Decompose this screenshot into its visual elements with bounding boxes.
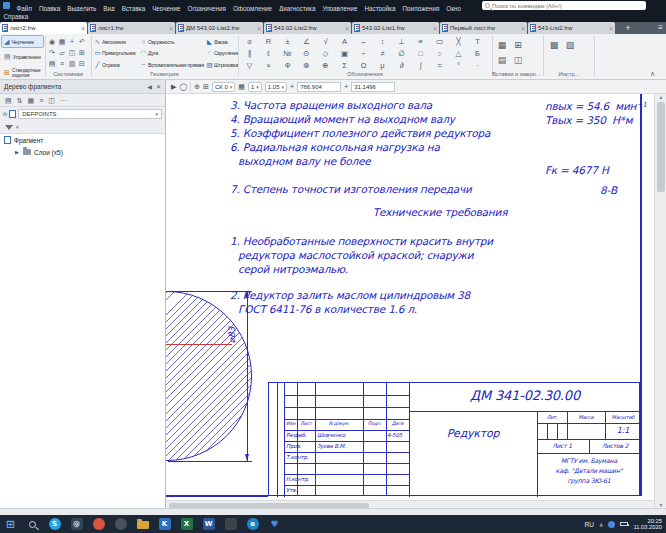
notation-tool-icon[interactable]: ∅ xyxy=(392,48,411,60)
notation-tool-icon[interactable]: √ xyxy=(316,36,335,48)
system-tool-icon[interactable]: ▥ xyxy=(67,58,77,69)
system-tool-icon[interactable]: ◉ xyxy=(47,36,57,47)
notation-tool-icon[interactable]: △ xyxy=(449,48,468,60)
insert-tool-icon[interactable]: ▦ xyxy=(494,38,510,53)
coordinate-system-select[interactable]: СК 0 ▾ xyxy=(212,82,235,92)
drawing-canvas[interactable]: ⌀83 Технические требования ДМ 341-02.30.… xyxy=(166,94,654,500)
layer-filter-select[interactable]: DEFPOINTS ▾ xyxy=(18,109,162,119)
vertical-scrollbar[interactable]: ▲ ▼ xyxy=(654,94,666,508)
notation-tool-icon[interactable]: ▣ xyxy=(335,48,354,60)
menu-item-help[interactable]: Справка xyxy=(0,11,32,22)
geometry-tool-button[interactable]: ◠Дуга xyxy=(139,48,205,60)
horizontal-scrollbar[interactable] xyxy=(166,500,654,508)
zoom-select[interactable]: 1.05 ▾ xyxy=(265,82,287,92)
tab-close-icon[interactable]: × xyxy=(345,25,349,32)
system-tool-icon[interactable]: ⊟ xyxy=(77,58,87,69)
notation-tool-icon[interactable]: ⊙ xyxy=(297,48,316,60)
tree-tool-icon[interactable]: ⇅ xyxy=(17,94,23,107)
tab-close-icon[interactable]: × xyxy=(169,25,173,32)
insert-tool-icon[interactable]: ⊞ xyxy=(510,38,526,53)
scroll-up-icon[interactable]: ▲ xyxy=(655,94,666,100)
notation-tool-icon[interactable]: Б xyxy=(468,48,487,60)
system-tool-icon[interactable]: + xyxy=(67,36,77,47)
document-tab[interactable]: Первый лист.frw× xyxy=(440,22,527,34)
system-tool-icon[interactable]: ↷ xyxy=(47,47,57,58)
notation-tool-icon[interactable]: ⌀ xyxy=(240,36,259,48)
geometry-tool-button[interactable]: ┄Вспомогательная прямая xyxy=(139,59,205,71)
filter-icon[interactable] xyxy=(5,125,13,130)
notation-tool-icon[interactable]: ≡ xyxy=(411,36,430,48)
grid-icon[interactable]: ⊞ xyxy=(203,80,209,94)
coord-y-field[interactable]: 31.1496 xyxy=(351,82,395,92)
tray-app-icon[interactable] xyxy=(608,521,615,528)
notation-tool-icon[interactable]: ≠ xyxy=(373,48,392,60)
function-icon[interactable]: fx xyxy=(3,111,7,117)
word-icon[interactable]: W xyxy=(201,517,216,532)
system-tool-icon[interactable]: ▦ xyxy=(57,36,67,47)
system-tool-icon[interactable]: ≡ xyxy=(57,58,67,69)
notation-tool-icon[interactable]: ± xyxy=(278,36,297,48)
document-tab[interactable]: ДМ 543.02-List2.frw× xyxy=(176,22,263,34)
geometry-tool-button[interactable]: ○Окружность xyxy=(139,36,205,48)
diameter-dimension-label[interactable]: ⌀83 xyxy=(227,315,237,355)
tab-close-icon[interactable]: × xyxy=(521,25,525,32)
expander-icon[interactable]: ▶ xyxy=(14,149,20,155)
system-tool-icon[interactable]: ↶ xyxy=(77,36,87,47)
edge-icon[interactable]: e xyxy=(245,517,260,532)
cursor-mode-icon[interactable]: ▶ xyxy=(171,80,176,94)
geometry-tool-button[interactable]: ∿Автолиния xyxy=(93,36,139,48)
notation-tool-icon[interactable]: ∥ xyxy=(240,48,259,60)
tab-close-icon[interactable]: × xyxy=(433,25,437,32)
notation-tool-icon[interactable]: ╳ xyxy=(449,36,468,48)
browser-icon[interactable] xyxy=(91,517,106,532)
document-tab[interactable]: 543-List2.frw× xyxy=(528,22,615,34)
command-search[interactable] xyxy=(482,1,646,10)
title-block[interactable]: ДМ 341-02.30.00РедукторЛит.МассаМасштаб1… xyxy=(268,382,640,496)
tab-list-icon[interactable]: ≡ xyxy=(658,22,663,34)
language-indicator[interactable]: RU xyxy=(585,521,594,528)
system-tool-icon[interactable]: ▤ xyxy=(47,58,57,69)
excel-icon[interactable]: X xyxy=(179,517,194,532)
notation-tool-icon[interactable]: ↕ xyxy=(373,36,392,48)
skype-icon[interactable]: S xyxy=(47,517,62,532)
collapse-panel-icon[interactable]: ◀ xyxy=(147,83,152,90)
heart-icon[interactable]: ♥ xyxy=(267,517,282,532)
system-tool-icon[interactable]: ▱ xyxy=(57,47,67,58)
notation-tool-icon[interactable]: ⊥ xyxy=(392,36,411,48)
tree-tool-icon[interactable]: ▤ xyxy=(5,94,12,107)
document-tab[interactable]: лист2.frw× xyxy=(0,22,87,34)
folder-icon[interactable] xyxy=(135,517,150,532)
search-icon[interactable] xyxy=(25,517,40,532)
document-tab[interactable]: лист1.frw× xyxy=(88,22,175,34)
coord-x-field[interactable]: 766.904 xyxy=(297,82,341,92)
geometry-tool-button[interactable]: ◜Скругление xyxy=(205,48,239,60)
viewer-icon[interactable] xyxy=(223,517,238,532)
tree-root-item[interactable]: Фрагмент xyxy=(0,134,165,146)
document-tab[interactable]: 543.02-List2.frw× xyxy=(264,22,351,34)
notation-tool-icon[interactable]: ○ xyxy=(430,48,449,60)
notation-tool-icon[interactable]: ℓ xyxy=(259,48,278,60)
geometry-tool-button[interactable]: ▨Штриховка xyxy=(205,59,239,71)
close-panel-icon[interactable]: ✕ xyxy=(156,83,161,90)
hidden-icons-chevron-icon[interactable]: ∧ xyxy=(599,521,603,528)
mail-icon[interactable]: @ xyxy=(69,517,84,532)
geometry-tool-button[interactable]: ╱Отрезок xyxy=(93,59,139,71)
snap-point-icon[interactable]: ⊕ xyxy=(194,80,200,94)
system-tool-icon[interactable]: ◫ xyxy=(67,47,77,58)
notation-tool-icon[interactable]: A xyxy=(335,36,354,48)
app-icon[interactable] xyxy=(113,517,128,532)
notation-tool-icon[interactable]: T xyxy=(468,36,487,48)
notation-tool-icon[interactable]: ÷ xyxy=(354,48,373,60)
geometry-tool-button[interactable]: ▭Прямоугольник xyxy=(93,48,139,60)
notation-tool-icon[interactable]: ↔ xyxy=(354,36,373,48)
tree-tool-icon[interactable]: ▦ xyxy=(28,94,35,107)
notation-tool-icon[interactable]: ◇ xyxy=(316,48,335,60)
notation-tool-icon[interactable]: R xyxy=(259,36,278,48)
document-tab[interactable]: 543.02-List1.frw× xyxy=(352,22,439,34)
instrument-tool-icon[interactable]: ▩ xyxy=(546,38,562,53)
scrollbar-thumb[interactable] xyxy=(169,503,369,508)
insert-tool-icon[interactable]: ▤ xyxy=(494,53,510,68)
kompas-icon[interactable]: K xyxy=(157,517,172,532)
tab-close-icon[interactable]: × xyxy=(609,25,613,32)
rail-standard-parts-button[interactable]: ⊞Стандартные изделия xyxy=(1,65,44,80)
